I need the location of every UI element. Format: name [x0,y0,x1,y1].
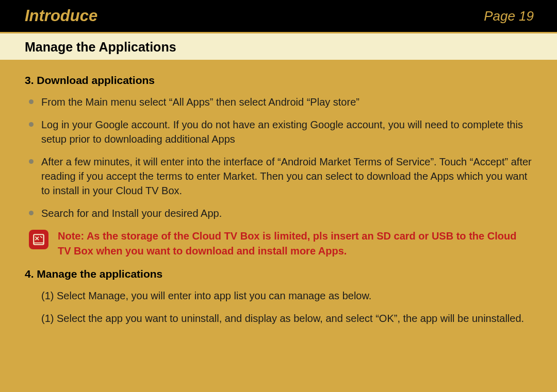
numbered-item: (1) Select Manage, you will enter into a… [39,288,532,303]
header-bar: Introduce Page 19 [0,0,557,32]
section3-heading: 3. Download applications [25,74,532,87]
section4-heading: 4. Manage the applications [25,268,532,280]
numbered-item: (1) Select the app you want to uninstall… [39,311,532,326]
list-item: After a few minutes, it will enter into … [29,155,532,198]
section3-bullet-list: From the Main menu select “All Apps” the… [25,95,532,220]
list-item: From the Main menu select “All Apps” the… [29,95,532,109]
list-item: Log in your Google account. If you do no… [29,117,532,146]
header-title: Introduce [25,7,97,25]
subheader-title: Manage the Applications [25,40,532,55]
content-area: 3. Download applications From the Main m… [0,60,557,326]
page-number: Page 19 [484,8,534,24]
list-item: Search for and Install your desired App. [29,206,532,220]
note-block: Note: As the storage of the Cloud TV Box… [25,229,532,259]
note-icon [29,230,48,249]
subheader-bar: Manage the Applications [0,32,557,60]
note-text: Note: As the storage of the Cloud TV Box… [58,229,532,259]
